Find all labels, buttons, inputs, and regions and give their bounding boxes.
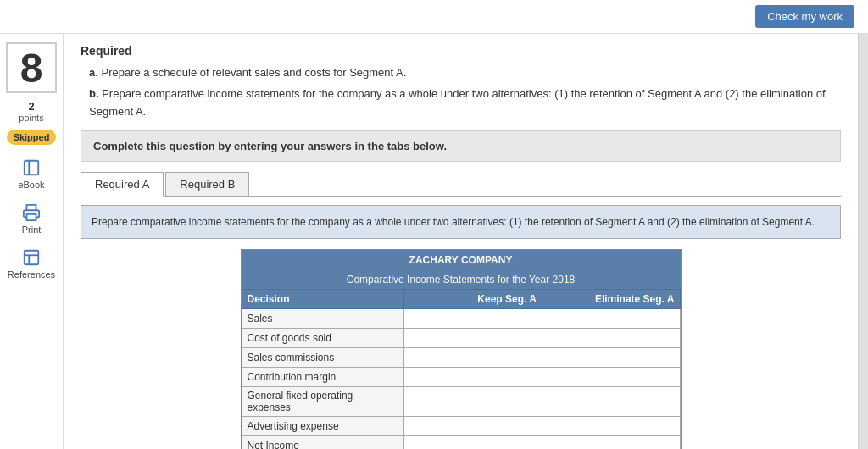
table-company-name: ZACHARY COMPANY <box>242 250 681 270</box>
row-keep-1[interactable] <box>404 329 542 348</box>
row-eliminate-6[interactable] <box>542 436 680 449</box>
table-row: Cost of goods sold <box>242 329 680 348</box>
input-eliminate-1[interactable] <box>544 330 678 346</box>
check-my-work-button[interactable]: Check my work <box>755 5 854 28</box>
input-keep-6[interactable] <box>406 438 539 449</box>
question-number: 8 <box>6 42 57 93</box>
row-label-0: Sales <box>242 309 404 329</box>
row-eliminate-4[interactable] <box>542 387 680 417</box>
top-bar: Check my work <box>0 0 868 34</box>
instruction-b-letter: b. <box>89 87 99 100</box>
data-table: Decision Keep Seg. A Eliminate Seg. A Sa… <box>242 289 681 449</box>
row-eliminate-3[interactable] <box>542 368 680 387</box>
input-keep-1[interactable] <box>406 330 539 346</box>
table-row: Contribution margin <box>242 368 680 387</box>
points-label: points <box>19 113 43 123</box>
comparative-income-table-container: ZACHARY COMPANY Comparative Income State… <box>241 249 682 449</box>
instruction-a-letter: a. <box>89 66 98 79</box>
row-label-6: Net Income <box>242 436 404 449</box>
input-eliminate-3[interactable] <box>544 369 678 385</box>
instructions: a. Prepare a schedule of relevant sales … <box>81 64 841 120</box>
svg-rect-2 <box>27 214 36 220</box>
ebook-button[interactable]: eBook <box>18 158 44 190</box>
input-keep-2[interactable] <box>406 350 539 365</box>
row-keep-0[interactable] <box>404 309 542 329</box>
instruction-b-text: Prepare comparative income statements fo… <box>89 87 826 118</box>
left-sidebar: 8 2 points Skipped eBook Print <box>0 34 64 449</box>
print-label: Print <box>22 224 42 235</box>
row-keep-6[interactable] <box>404 436 542 449</box>
row-eliminate-0[interactable] <box>542 309 680 329</box>
instruction-b: b. Prepare comparative income statements… <box>89 86 841 121</box>
row-eliminate-2[interactable] <box>542 348 680 368</box>
header-keep: Keep Seg. A <box>404 290 542 309</box>
table-row: General fixed operating expenses <box>242 387 680 417</box>
input-keep-0[interactable] <box>406 311 539 326</box>
input-eliminate-6[interactable] <box>544 438 678 449</box>
input-eliminate-0[interactable] <box>544 311 678 326</box>
svg-rect-3 <box>25 251 39 265</box>
table-subtitle: Comparative Income Statements for the Ye… <box>242 270 681 289</box>
row-keep-5[interactable] <box>404 417 542 436</box>
row-keep-2[interactable] <box>404 348 542 368</box>
table-row: Sales commissions <box>242 348 680 368</box>
row-keep-3[interactable] <box>404 368 542 387</box>
references-label: References <box>8 269 55 280</box>
row-label-3: Contribution margin <box>242 368 404 387</box>
table-row: Sales <box>242 309 680 329</box>
tab-required-a[interactable]: Required A <box>81 172 164 197</box>
instruction-a-text: Prepare a schedule of relevant sales and… <box>101 66 406 79</box>
input-keep-3[interactable] <box>406 369 539 385</box>
tab-content-text: Prepare comparative income statements fo… <box>92 216 815 228</box>
table-row: Advertising expense <box>242 417 680 436</box>
content-area: Required a. Prepare a schedule of releva… <box>64 34 858 449</box>
table-row: Net Income <box>242 436 680 449</box>
input-keep-4[interactable] <box>406 394 539 409</box>
header-eliminate: Eliminate Seg. A <box>542 290 680 309</box>
tabs-container: Required A Required B <box>81 172 841 197</box>
row-keep-4[interactable] <box>404 387 542 417</box>
scrollbar[interactable] <box>858 34 868 449</box>
table-header-row: Decision Keep Seg. A Eliminate Seg. A <box>242 290 680 309</box>
tab-content-description: Prepare comparative income statements fo… <box>81 205 841 239</box>
row-label-5: Advertising expense <box>242 417 404 436</box>
input-eliminate-4[interactable] <box>544 394 678 409</box>
svg-rect-0 <box>25 161 39 175</box>
row-eliminate-5[interactable] <box>542 417 680 436</box>
row-label-2: Sales commissions <box>242 348 404 368</box>
print-button[interactable]: Print <box>22 203 42 235</box>
complete-instruction-box: Complete this question by entering your … <box>81 130 841 162</box>
header-decision: Decision <box>242 290 404 309</box>
references-button[interactable]: References <box>8 248 55 280</box>
complete-instruction-text: Complete this question by entering your … <box>93 140 447 152</box>
ebook-label: eBook <box>18 180 44 190</box>
row-eliminate-1[interactable] <box>542 329 680 348</box>
tab-required-b[interactable]: Required B <box>165 172 249 196</box>
row-label-1: Cost of goods sold <box>242 329 404 348</box>
table-body: SalesCost of goods soldSales commissions… <box>242 309 680 449</box>
skipped-badge: Skipped <box>7 130 57 145</box>
points-value: 2 <box>28 100 34 113</box>
input-eliminate-2[interactable] <box>544 350 678 365</box>
input-keep-5[interactable] <box>406 419 539 434</box>
required-title: Required <box>81 44 841 58</box>
input-eliminate-5[interactable] <box>544 419 678 434</box>
instruction-a: a. Prepare a schedule of relevant sales … <box>89 64 841 82</box>
row-label-4: General fixed operating expenses <box>242 387 404 417</box>
main-layout: 8 2 points Skipped eBook Print <box>0 34 868 449</box>
